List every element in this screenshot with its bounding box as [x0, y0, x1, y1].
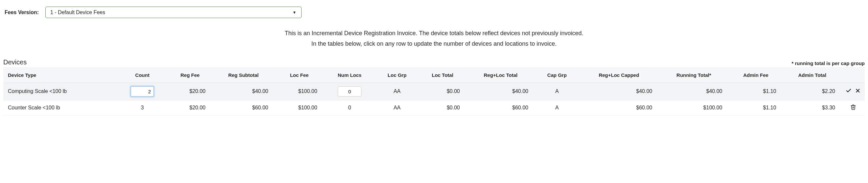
col-actions	[842, 67, 865, 83]
cell-cap-grp: A	[535, 83, 579, 100]
col-loc-total: Loc Total	[418, 67, 466, 83]
cell-running-total: $40.00	[659, 83, 729, 100]
table-row[interactable]: Computing Scale <100 lb$20.00$40.00$100.…	[3, 83, 865, 100]
fees-version-label: Fees Version:	[5, 9, 39, 16]
cell-admin-total: $2.20	[783, 83, 842, 100]
cell-loc-grp: AA	[375, 83, 419, 100]
cell-cap-grp: A	[535, 100, 579, 115]
col-loc-grp: Loc Grp	[375, 67, 419, 83]
cell-admin-fee: $1.10	[729, 100, 782, 115]
cell-reg-fee: $20.00	[168, 100, 212, 115]
cell-reg-subtotal: $60.00	[212, 100, 275, 115]
num-locs-input[interactable]	[338, 86, 362, 97]
cell-loc-grp: AA	[375, 100, 419, 115]
cell-loc-fee: $100.00	[275, 100, 323, 115]
col-admin-fee: Admin Fee	[729, 67, 782, 83]
info-line-2: In the tables below, click on any row to…	[3, 38, 865, 49]
cell-reg-fee: $20.00	[168, 83, 212, 100]
cell-device-type: Computing Scale <100 lb	[3, 83, 117, 100]
confirm-icon[interactable]	[846, 88, 851, 94]
cell-regloc-capped: $60.00	[579, 100, 659, 115]
cell-actions	[842, 100, 865, 115]
col-cap-grp: Cap Grp	[535, 67, 579, 83]
cell-admin-total: $3.30	[783, 100, 842, 115]
cell-regloc-total: $60.00	[467, 100, 535, 115]
col-running-total: Running Total*	[659, 67, 729, 83]
cell-running-total: $100.00	[659, 100, 729, 115]
cell-device-type: Counter Scale <100 lb	[3, 100, 117, 115]
col-regloc-capped: Reg+Loc Capped	[579, 67, 659, 83]
col-device-type: Device Type	[3, 67, 117, 83]
devices-table: Device Type Count Reg Fee Reg Subtotal L…	[3, 67, 865, 116]
cell-count: 3	[117, 100, 168, 115]
table-row[interactable]: Counter Scale <100 lb3$20.00$60.00$100.0…	[3, 100, 865, 115]
count-input[interactable]	[130, 86, 154, 97]
col-reg-subtotal: Reg Subtotal	[212, 67, 275, 83]
col-regloc-total: Reg+Loc Total	[467, 67, 535, 83]
col-admin-total: Admin Total	[783, 67, 842, 83]
cell-regloc-capped: $40.00	[579, 83, 659, 100]
col-count: Count	[117, 67, 168, 83]
section-title: Devices	[3, 59, 27, 66]
cell-loc-total: $0.00	[418, 83, 466, 100]
col-loc-fee: Loc Fee	[275, 67, 323, 83]
col-num-locs: Num Locs	[324, 67, 375, 83]
cell-count	[117, 83, 168, 100]
cell-regloc-total: $40.00	[467, 83, 535, 100]
cell-admin-fee: $1.10	[729, 83, 782, 100]
info-line-1: This is an Incremental Device Registrati…	[3, 28, 865, 38]
cancel-icon[interactable]	[855, 88, 861, 94]
trash-icon[interactable]	[850, 104, 856, 110]
cap-group-note: * running total is per cap group	[792, 60, 865, 66]
cell-actions	[842, 83, 865, 100]
fees-version-select[interactable]: 1 - Default Device Fees	[45, 6, 302, 18]
cell-num-locs: 0	[324, 100, 375, 115]
cell-reg-subtotal: $40.00	[212, 83, 275, 100]
col-reg-fee: Reg Fee	[168, 67, 212, 83]
cell-num-locs	[324, 83, 375, 100]
cell-loc-fee: $100.00	[275, 83, 323, 100]
cell-loc-total: $0.00	[418, 100, 466, 115]
